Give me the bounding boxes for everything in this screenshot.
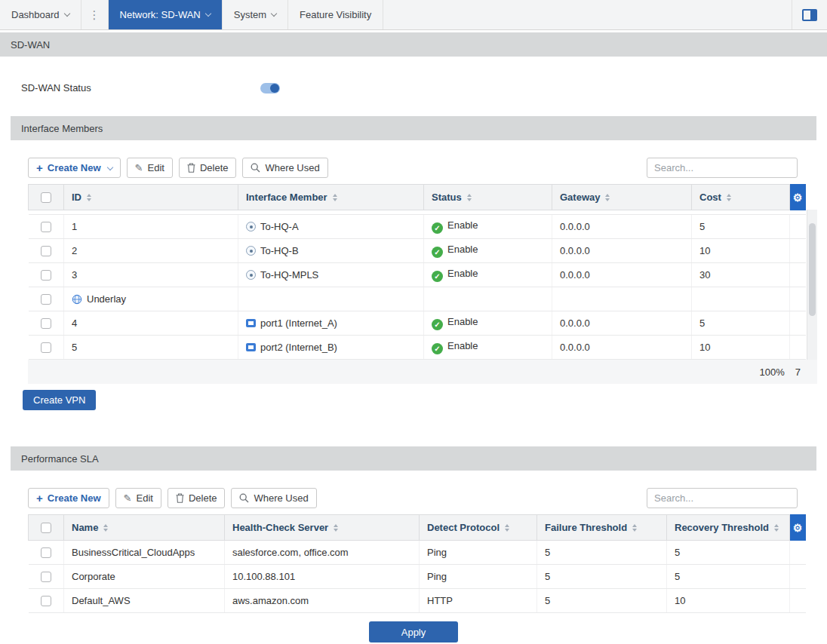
status-enabled-icon: ✓ <box>432 247 443 258</box>
section-header-interface-members: Interface Members <box>11 116 816 140</box>
gear-icon: ⚙ <box>793 192 803 204</box>
trash-icon <box>176 493 184 503</box>
column-header-gateway[interactable]: Gateway <box>552 185 692 210</box>
search-icon <box>239 493 249 503</box>
sdwan-status-toggle[interactable] <box>260 83 280 94</box>
table-group-row[interactable]: Underlay <box>29 287 806 311</box>
sort-icon <box>87 194 91 201</box>
performance-sla-toolbar: + Create New ✎ Edit Delete Where Used <box>28 488 798 508</box>
column-header-interface-member[interactable]: Interface Member <box>238 185 424 210</box>
column-settings-button[interactable]: ⚙ <box>790 515 806 541</box>
delete-button[interactable]: Delete <box>168 488 226 508</box>
row-checkbox[interactable] <box>41 246 51 256</box>
select-all-checkbox[interactable] <box>41 523 51 533</box>
row-checkbox[interactable] <box>41 318 51 329</box>
create-vpn-button[interactable]: Create VPN <box>23 390 96 410</box>
status-enabled-icon: ✓ <box>432 271 443 282</box>
sort-icon <box>727 194 731 201</box>
scrollbar-thumb[interactable] <box>809 223 816 316</box>
column-header-failure-threshold[interactable]: Failure Threshold <box>537 515 667 541</box>
table-row[interactable]: Default_AWS aws.amazon.com HTTP 5 10 <box>29 589 806 613</box>
row-count: 7 <box>795 366 801 378</box>
partially-visible-row <box>29 613 806 620</box>
sort-icon <box>774 524 779 532</box>
status-enabled-icon: ✓ <box>432 343 443 354</box>
create-new-button[interactable]: + Create New <box>28 158 121 178</box>
zoom-level[interactable]: 100% <box>760 366 785 378</box>
sort-icon <box>605 194 610 201</box>
sort-icon <box>333 194 337 201</box>
top-navbar: Dashboard ⋮ Network: SD-WAN System Featu… <box>0 0 827 30</box>
interface-members-toolbar: + Create New ✎ Edit Delete Where Used <box>28 158 798 178</box>
table-footer: 100% 7 <box>28 360 817 384</box>
section-header-performance-sla: Performance SLA <box>11 446 816 471</box>
delete-button[interactable]: Delete <box>179 158 237 178</box>
pencil-icon: ✎ <box>124 493 132 503</box>
table-scrollbar[interactable] <box>807 210 817 360</box>
nav-dashboard[interactable]: Dashboard <box>0 0 81 29</box>
row-checkbox[interactable] <box>41 222 51 232</box>
nav-system[interactable]: System <box>223 0 288 29</box>
ethernet-port-icon <box>246 319 256 327</box>
search-box <box>647 488 798 508</box>
pencil-icon: ✎ <box>135 163 143 173</box>
create-new-button[interactable]: + Create New <box>28 488 109 508</box>
chevron-down-icon <box>205 10 211 16</box>
apply-button[interactable]: Apply <box>369 621 458 642</box>
nav-system-label: System <box>234 9 266 20</box>
row-checkbox[interactable] <box>41 596 51 606</box>
table-row[interactable]: Corporate 10.100.88.101 Ping 5 5 <box>29 565 806 589</box>
interface-members-table: ID Interface Member Status Gateway Cost … <box>28 184 817 360</box>
status-enabled-icon: ✓ <box>432 222 443 234</box>
row-checkbox[interactable] <box>41 572 51 582</box>
table-row[interactable]: 4 port1 (Internet_A) ✓Enable 0.0.0.0 5 <box>29 311 806 336</box>
sdwan-status-label: SD-WAN Status <box>21 82 260 94</box>
nav-network-label: Network: SD-WAN <box>120 9 201 20</box>
table-row[interactable]: BusinessCritical_CloudApps salesforce.co… <box>29 541 806 565</box>
edit-button[interactable]: ✎ Edit <box>127 158 173 178</box>
row-checkbox[interactable] <box>41 547 51 558</box>
where-used-button[interactable]: Where Used <box>231 488 316 508</box>
column-header-name[interactable]: Name <box>64 515 225 541</box>
column-header-cost[interactable]: Cost <box>692 185 790 210</box>
column-header-id[interactable]: ID <box>64 185 238 210</box>
search-input[interactable] <box>647 488 798 508</box>
page-title: SD-WAN <box>0 32 827 57</box>
trash-icon <box>187 163 195 173</box>
row-checkbox[interactable] <box>41 342 51 353</box>
search-icon <box>251 163 260 173</box>
column-header-detect-protocol[interactable]: Detect Protocol <box>420 515 537 541</box>
gear-icon: ⚙ <box>793 522 803 534</box>
edit-button[interactable]: ✎ Edit <box>115 488 161 508</box>
row-checkbox[interactable] <box>41 270 51 281</box>
nav-feature-visibility-label: Feature Visibility <box>300 9 371 20</box>
search-box <box>647 158 798 178</box>
nav-dashboard-label: Dashboard <box>11 9 60 20</box>
plus-icon: + <box>36 162 43 173</box>
zone-icon <box>72 294 82 305</box>
row-checkbox[interactable] <box>41 294 51 305</box>
table-row[interactable]: 2 To-HQ-B ✓Enable 0.0.0.0 10 <box>29 239 806 263</box>
search-input[interactable] <box>647 158 798 178</box>
table-row[interactable]: 5 port2 (Internet_B) ✓Enable 0.0.0.0 10 <box>29 336 806 360</box>
panel-toggle-icon[interactable] <box>802 9 817 21</box>
ethernet-port-icon <box>246 343 256 351</box>
select-all-checkbox[interactable] <box>41 192 51 203</box>
column-header-status[interactable]: Status <box>424 185 552 210</box>
sort-icon <box>505 524 509 532</box>
sdwan-status-row: SD-WAN Status <box>0 57 827 116</box>
nav-feature-visibility[interactable]: Feature Visibility <box>288 0 383 29</box>
column-header-recovery-threshold[interactable]: Recovery Threshold <box>667 515 790 541</box>
table-row[interactable]: 3 To-HQ-MPLS ✓Enable 0.0.0.0 30 <box>29 263 806 287</box>
tunnel-interface-icon <box>246 246 256 256</box>
status-enabled-icon: ✓ <box>432 319 443 330</box>
plus-icon: + <box>36 492 43 504</box>
nav-network-sdwan[interactable]: Network: SD-WAN <box>109 0 223 29</box>
column-settings-button[interactable]: ⚙ <box>790 185 806 210</box>
column-header-health-check-server[interactable]: Health-Check Server <box>225 515 420 541</box>
table-row[interactable]: 1 To-HQ-A ✓Enable 0.0.0.0 5 <box>29 215 806 239</box>
table-header-row: Name Health-Check Server Detect Protocol… <box>29 515 806 541</box>
chevron-down-icon <box>106 164 112 170</box>
where-used-button[interactable]: Where Used <box>242 158 327 178</box>
kebab-menu-icon[interactable]: ⋮ <box>81 0 109 29</box>
